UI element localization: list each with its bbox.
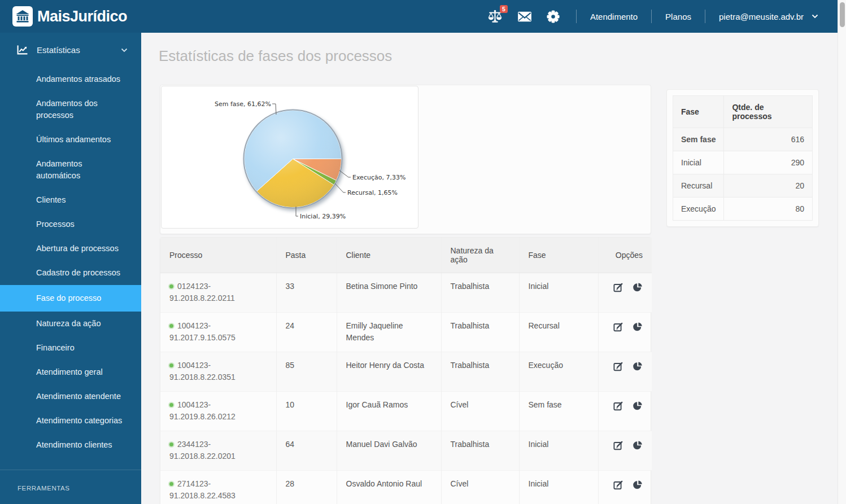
divider	[651, 10, 652, 23]
summary-row: Inicial290	[673, 151, 813, 174]
sidebar-item-ultimos-andamentos[interactable]: Últimos andamentos	[0, 128, 141, 152]
sidebar-item-atendimento-clientes[interactable]: Atendimento clientes	[0, 433, 141, 457]
edit-icon[interactable]	[613, 440, 623, 450]
sidebar: Estatísticas Andamentos atrasadosAndamen…	[0, 33, 141, 504]
pie-chart-icon[interactable]	[633, 282, 643, 292]
cliente-cell: Betina Simone Pinto	[337, 273, 441, 313]
sidebar-item-processos[interactable]: Processos	[0, 212, 141, 236]
sidebar-item-abertura-de-processos[interactable]: Abertura de processos	[0, 236, 141, 261]
nav-item-atendimento[interactable]: Atendimento	[586, 8, 642, 25]
pie-chart-svg: Sem fase, 61,62%Inicial, 29,39%Recursal,…	[162, 86, 419, 229]
cliente-cell: Igor Cauã Ramos	[337, 392, 441, 431]
settings-button[interactable]	[547, 10, 560, 23]
sidebar-item-cadastro-de-processos[interactable]: Cadastro de processos	[0, 261, 141, 285]
edit-icon[interactable]	[613, 480, 623, 490]
pasta-cell: 28	[276, 471, 337, 504]
sidebar-item-diario-oficial[interactable]: Diário Oficial	[0, 493, 141, 504]
sidebar-item-atendimento-geral[interactable]: Atendimento geral	[0, 360, 141, 384]
process-row: 0124123-91.2018.8.22.021133Betina Simone…	[160, 273, 652, 313]
options-cell	[598, 352, 652, 392]
summary-qtde-cell: 80	[724, 198, 813, 221]
process-number-cell: 2344123-91.2018.8.22.0201	[160, 431, 276, 471]
pie-chart-icon[interactable]	[633, 322, 643, 332]
col-header-cliente: Cliente	[337, 238, 441, 273]
notification-badge: 5	[500, 5, 508, 14]
process-number-cell: 1004123-91.2018.8.22.0351	[160, 352, 276, 392]
pie-gloss	[245, 111, 342, 208]
envelope-icon	[517, 11, 532, 22]
pie-chart-icon[interactable]	[633, 401, 643, 411]
cliente-cell: Heitor Henry da Costa	[337, 352, 441, 392]
status-dot-icon	[169, 363, 173, 367]
process-number-cell: 1004123-91.2017.9.15.0575	[160, 313, 276, 352]
chevron-down-icon	[812, 14, 818, 19]
summary-fase-cell: Execução	[673, 198, 724, 221]
edit-icon[interactable]	[613, 401, 623, 411]
notifications-scales-button[interactable]: 5	[487, 10, 503, 24]
line-chart-icon	[17, 45, 28, 55]
edit-icon[interactable]	[613, 322, 623, 332]
phase-summary-card: Fase Qtde. de processos Sem fase616Inici…	[666, 89, 819, 227]
sidebar-item-atendimento-categorias[interactable]: Atendimento categorias	[0, 409, 141, 433]
scrollbar-thumb[interactable]	[840, 2, 845, 27]
options-cell	[598, 313, 652, 352]
divider	[705, 10, 705, 23]
sidebar-item-natureza-da-acao[interactable]: Natureza da ação	[0, 312, 141, 336]
status-dot-icon	[169, 403, 173, 407]
phase-summary-table: Fase Qtde. de processos Sem fase616Inici…	[673, 95, 813, 221]
user-email: pietra@meusite.adv.br	[719, 12, 804, 21]
process-table: Processo Pasta Cliente Natureza da ação …	[160, 238, 652, 504]
section-label: Estatísticas	[37, 45, 121, 55]
natureza-cell: Trabalhista	[441, 352, 519, 392]
natureza-cell: Trabalhista	[441, 431, 519, 471]
natureza-cell: Trabalhista	[441, 273, 519, 313]
process-table-card: Processo Pasta Cliente Natureza da ação …	[160, 237, 651, 504]
nav-item-planos[interactable]: Planos	[661, 8, 696, 25]
cliente-cell: Osvaldo Antonio Raul	[337, 471, 441, 504]
col-header-pasta: Pasta	[276, 238, 337, 273]
pie-chart-icon[interactable]	[633, 361, 643, 371]
pie-label-execucao: Execução, 7,33%	[352, 174, 405, 181]
summary-header-qtde: Qtde. de processos	[724, 96, 813, 128]
scrollbar[interactable]	[838, 0, 846, 504]
sidebar-section-estatisticas[interactable]: Estatísticas	[0, 33, 141, 67]
natureza-cell: Cível	[441, 471, 519, 504]
sidebar-item-andamentos-atrasados[interactable]: Andamentos atrasados	[0, 67, 141, 91]
edit-icon[interactable]	[613, 361, 623, 371]
chevron-down-icon	[121, 48, 128, 52]
summary-row: Sem fase616	[673, 128, 813, 151]
process-number-cell: 2714123-91.2018.8.22.4583	[160, 471, 276, 504]
options-cell	[598, 273, 652, 313]
pie-chart-panel: Sem fase, 61,62%Inicial, 29,39%Recursal,…	[161, 86, 418, 229]
pasta-cell: 85	[276, 352, 337, 392]
summary-qtde-cell: 616	[724, 128, 813, 151]
sidebar-item-andamentos-dos-processos[interactable]: Andamentos dos processos	[0, 91, 141, 128]
edit-icon[interactable]	[613, 282, 623, 292]
fase-cell: Inicial	[519, 431, 598, 471]
pie-chart-icon[interactable]	[633, 440, 643, 450]
pasta-cell: 24	[276, 313, 337, 352]
pie-label-recursal: Recursal, 1,65%	[347, 189, 398, 196]
options-cell	[598, 471, 652, 504]
pie-callout-line	[339, 170, 351, 177]
messages-button[interactable]	[517, 11, 532, 22]
brand[interactable]: MaisJurídico	[12, 6, 127, 27]
divider	[576, 10, 577, 23]
gear-icon	[547, 10, 560, 23]
process-row: 1004123-91.2018.8.22.035185Heitor Henry …	[160, 352, 652, 392]
status-dot-icon	[169, 442, 173, 446]
fase-cell: Inicial	[519, 471, 598, 504]
status-dot-icon	[169, 482, 173, 486]
pie-chart-icon[interactable]	[633, 480, 643, 490]
sidebar-item-fase-do-processo[interactable]: Fase do processo	[0, 285, 141, 312]
sidebar-item-atendimento-atendente[interactable]: Atendimento atendente	[0, 384, 141, 409]
natureza-cell: Cível	[441, 392, 519, 431]
pie-label-inicial: Inicial, 29,39%	[300, 213, 346, 220]
sidebar-item-clientes[interactable]: Clientes	[0, 188, 141, 212]
cliente-cell: Manuel Davi Galvão	[337, 431, 441, 471]
user-account-menu[interactable]: pietra@meusite.adv.br	[714, 8, 823, 25]
sidebar-item-financeiro[interactable]: Financeiro	[0, 336, 141, 360]
summary-qtde-cell: 290	[724, 151, 813, 174]
process-row: 2344123-91.2018.8.22.020164Manuel Davi G…	[160, 431, 652, 471]
sidebar-item-andamentos-automaticos[interactable]: Andamentos automáticos	[0, 152, 141, 188]
